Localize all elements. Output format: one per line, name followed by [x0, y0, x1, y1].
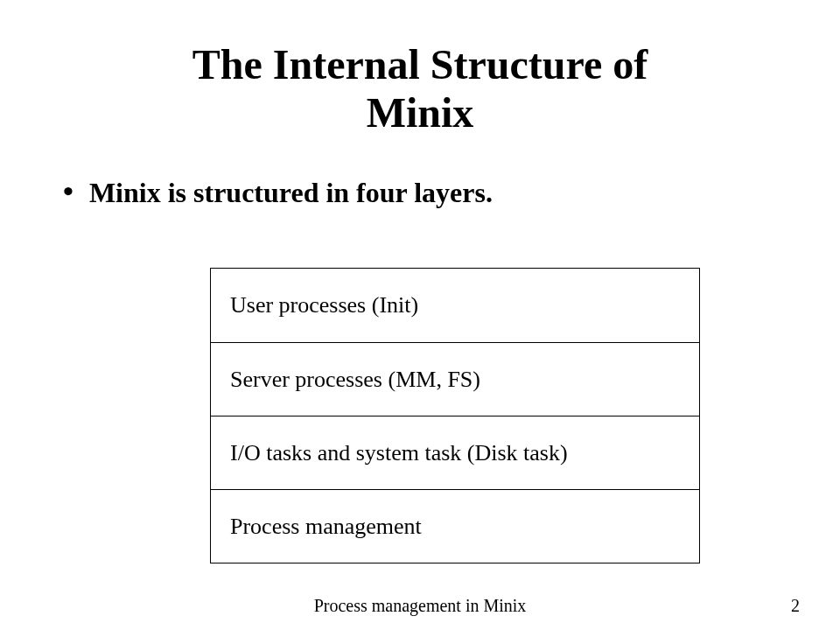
bullet-text: Minix is structured in four layers.	[89, 177, 493, 209]
layer-label: User processes (Init)	[230, 292, 418, 318]
title-line-1: The Internal Structure of	[52, 40, 788, 88]
table-row: Process management	[211, 489, 699, 563]
bullet-list: • Minix is structured in four layers.	[52, 177, 788, 209]
layers-table: User processes (Init) Server processes (…	[210, 268, 700, 564]
slide: The Internal Structure of Minix • Minix …	[0, 0, 840, 630]
bullet-item: • Minix is structured in four layers.	[63, 177, 788, 209]
footer-text: Process management in Minix	[314, 596, 527, 615]
layer-label: Server processes (MM, FS)	[230, 367, 480, 393]
page-number: 2	[791, 596, 800, 616]
bullet-dot-icon: •	[63, 177, 74, 206]
title-line-2: Minix	[52, 88, 788, 136]
table-row: User processes (Init)	[211, 269, 699, 342]
layer-label: I/O tasks and system task (Disk task)	[230, 440, 568, 466]
footer: Process management in Minix2	[0, 596, 840, 616]
table-row: Server processes (MM, FS)	[211, 342, 699, 416]
slide-title: The Internal Structure of Minix	[52, 40, 788, 136]
layer-label: Process management	[230, 514, 422, 540]
table-row: I/O tasks and system task (Disk task)	[211, 416, 699, 489]
